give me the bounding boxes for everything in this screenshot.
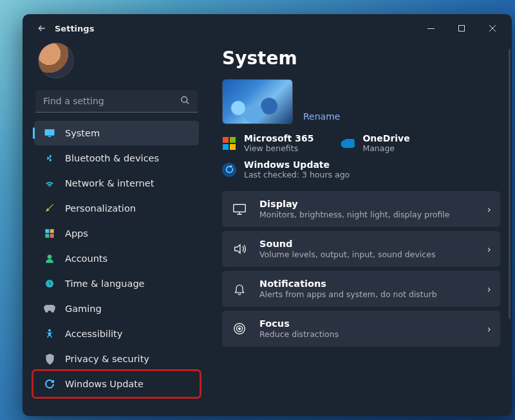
chevron-right-icon: › <box>487 203 491 215</box>
display-icon <box>43 127 56 140</box>
sidebar-item-label: Network & internet <box>65 178 154 188</box>
sidebar-item-gaming[interactable]: Gaming <box>34 297 199 321</box>
windows-update-status[interactable]: Windows Update Last checked: 3 hours ago <box>222 160 500 179</box>
svg-rect-1 <box>45 129 55 136</box>
svg-point-7 <box>48 255 52 259</box>
sidebar-item-apps[interactable]: Apps <box>34 221 199 246</box>
rename-link[interactable]: Rename <box>303 111 340 122</box>
scrollbar[interactable] <box>509 49 510 319</box>
card-title: Notifications <box>259 278 476 289</box>
minimize-icon <box>427 28 435 29</box>
svg-rect-12 <box>223 144 229 150</box>
microsoft-365-title: Microsoft 365 <box>244 133 314 143</box>
update-icon <box>43 378 56 390</box>
quick-info-row: Microsoft 365 View benefits OneDrive Man… <box>222 133 500 153</box>
onedrive-tile[interactable]: OneDrive Manage <box>341 133 409 153</box>
game-controller-icon <box>43 302 56 315</box>
svg-rect-10 <box>223 137 229 143</box>
shield-icon <box>43 352 56 365</box>
sidebar-item-label: Accessibility <box>65 329 122 339</box>
account-icon <box>43 252 56 265</box>
onedrive-sub: Manage <box>362 143 409 153</box>
page-title: System <box>222 48 500 69</box>
display-outline-icon <box>231 201 248 217</box>
app-title: Settings <box>55 24 94 33</box>
globe-clock-icon <box>43 277 56 290</box>
maximize-icon <box>458 25 465 32</box>
microsoft-365-sub: View benefits <box>244 143 314 153</box>
card-title: Sound <box>259 239 476 249</box>
windows-update-title: Windows Update <box>244 160 350 170</box>
card-title: Focus <box>259 318 476 329</box>
chevron-right-icon: › <box>487 243 491 255</box>
svg-rect-2 <box>48 136 52 138</box>
svg-point-17 <box>239 328 241 330</box>
pc-thumbnail[interactable] <box>222 79 293 124</box>
svg-rect-6 <box>50 234 54 238</box>
maximize-button[interactable] <box>446 14 477 42</box>
bluetooth-icon <box>43 152 56 165</box>
svg-rect-11 <box>230 137 236 143</box>
speaker-icon <box>231 241 248 257</box>
sidebar-item-label: Gaming <box>65 304 102 314</box>
sidebar-item-network[interactable]: Network & internet <box>34 171 199 196</box>
svg-rect-4 <box>50 229 54 233</box>
accessibility-icon <box>43 327 56 340</box>
close-button[interactable] <box>477 14 508 42</box>
search-input[interactable] <box>35 90 198 113</box>
card-title: Display <box>259 199 476 209</box>
sidebar-item-label: Apps <box>65 228 88 239</box>
wifi-icon <box>43 177 56 190</box>
sidebar-item-privacy-security[interactable]: Privacy & security <box>34 347 199 371</box>
card-sub: Monitors, brightness, night light, displ… <box>259 210 476 219</box>
sidebar-item-label: Time & language <box>65 278 145 289</box>
card-display[interactable]: Display Monitors, brightness, night ligh… <box>222 191 500 227</box>
avatar[interactable] <box>38 42 74 78</box>
target-icon <box>231 320 248 337</box>
sidebar-item-label: Accounts <box>65 253 108 264</box>
sidebar-item-label: Windows Update <box>65 379 144 389</box>
nav-list: System Bluetooth & devices Network & int… <box>29 120 204 410</box>
main-content: System Rename Microsoft 365 View benefit… <box>211 42 512 416</box>
system-header-row: Rename <box>222 79 500 124</box>
sidebar-item-accessibility[interactable]: Accessibility <box>34 322 199 346</box>
svg-rect-13 <box>230 144 236 150</box>
minimize-button[interactable] <box>415 14 446 42</box>
sidebar: System Bluetooth & devices Network & int… <box>23 42 211 416</box>
sidebar-item-windows-update[interactable]: Windows Update <box>34 372 199 396</box>
onedrive-icon <box>341 136 355 151</box>
sidebar-item-personalization[interactable]: Personalization <box>34 196 199 221</box>
chevron-right-icon: › <box>487 323 491 335</box>
sidebar-item-label: Personalization <box>65 203 136 214</box>
card-notifications[interactable]: Notifications Alerts from apps and syste… <box>222 271 500 307</box>
sidebar-item-label: Bluetooth & devices <box>65 153 159 163</box>
settings-window: Settings System <box>23 14 512 416</box>
chevron-right-icon: › <box>487 283 491 295</box>
svg-point-9 <box>48 329 51 332</box>
sidebar-item-label: System <box>65 128 100 138</box>
settings-cards: Display Monitors, brightness, night ligh… <box>222 191 500 347</box>
sidebar-item-time-language[interactable]: Time & language <box>34 271 199 296</box>
update-status-icon <box>222 163 236 177</box>
microsoft-365-tile[interactable]: Microsoft 365 View benefits <box>222 133 314 153</box>
card-sub: Volume levels, output, input, sound devi… <box>259 250 476 259</box>
card-sound[interactable]: Sound Volume levels, output, input, soun… <box>222 231 500 267</box>
svg-rect-14 <box>234 205 245 212</box>
titlebar: Settings <box>23 14 512 42</box>
sidebar-item-system[interactable]: System <box>34 121 199 145</box>
svg-rect-3 <box>45 229 49 233</box>
back-button[interactable] <box>33 19 51 37</box>
close-icon <box>489 24 496 32</box>
svg-rect-5 <box>45 234 49 238</box>
windows-update-sub: Last checked: 3 hours ago <box>244 170 350 179</box>
bell-icon <box>231 280 248 297</box>
onedrive-title: OneDrive <box>362 133 409 143</box>
card-sub: Reduce distractions <box>259 329 476 339</box>
sidebar-item-label: Privacy & security <box>65 354 149 364</box>
sidebar-item-accounts[interactable]: Accounts <box>34 246 199 271</box>
microsoft-365-icon <box>222 136 236 151</box>
card-sub: Alerts from apps and system, do not dist… <box>259 289 476 299</box>
sidebar-item-bluetooth[interactable]: Bluetooth & devices <box>34 146 199 170</box>
card-focus[interactable]: Focus Reduce distractions › <box>222 311 500 347</box>
apps-icon <box>43 227 56 240</box>
